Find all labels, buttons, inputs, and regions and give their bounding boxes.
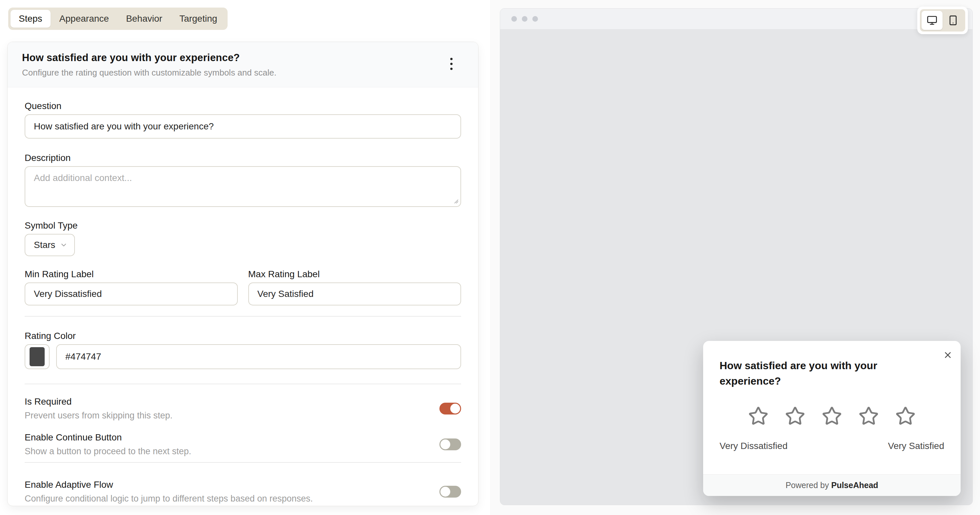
section-divider bbox=[25, 316, 461, 316]
symbol-type-select[interactable]: Stars bbox=[25, 234, 75, 256]
step-title: How satisfied are you with your experien… bbox=[22, 52, 464, 64]
browser-titlebar bbox=[500, 8, 972, 30]
section-divider bbox=[25, 384, 461, 384]
brand-name: PulseAhead bbox=[831, 480, 878, 490]
tab-targeting[interactable]: Targeting bbox=[171, 10, 225, 28]
continue-button-label: Enable Continue Button bbox=[25, 432, 191, 443]
close-icon[interactable] bbox=[942, 350, 953, 361]
description-textarea[interactable] bbox=[25, 166, 461, 207]
question-label: Question bbox=[25, 100, 461, 112]
preview-panel: How satisfied are you with your experien… bbox=[490, 0, 980, 515]
step-card-body: Question Description Symbol Type Stars bbox=[8, 87, 478, 506]
tab-bar: Steps Appearance Behavior Targeting bbox=[8, 8, 228, 30]
adaptive-flow-toggle[interactable] bbox=[439, 486, 461, 498]
step-card-header: How satisfied are you with your experien… bbox=[8, 42, 478, 87]
rating-color-label: Rating Color bbox=[25, 331, 461, 342]
survey-widget-preview: How satisfied are you with your experien… bbox=[703, 341, 961, 496]
description-label: Description bbox=[25, 153, 461, 164]
max-rating-input[interactable] bbox=[248, 283, 461, 305]
resize-handle-icon[interactable] bbox=[453, 199, 458, 203]
star-icon[interactable] bbox=[895, 406, 916, 426]
is-required-toggle[interactable] bbox=[439, 403, 461, 415]
max-rating-label: Max Rating Label bbox=[248, 269, 461, 280]
is-required-row: Is Required Prevent users from skipping … bbox=[25, 396, 461, 421]
desktop-icon bbox=[927, 15, 937, 25]
is-required-label: Is Required bbox=[25, 396, 172, 407]
section-divider bbox=[25, 462, 461, 463]
desktop-preview-button[interactable] bbox=[921, 11, 943, 30]
mobile-preview-button[interactable] bbox=[943, 11, 964, 30]
window-dot-icon bbox=[522, 16, 527, 22]
is-required-description: Prevent users from skipping this step. bbox=[25, 410, 172, 421]
adaptive-flow-row: Enable Adaptive Flow Configure condition… bbox=[25, 479, 461, 504]
symbol-type-label: Symbol Type bbox=[25, 220, 461, 231]
mobile-icon bbox=[948, 15, 958, 25]
window-dot-icon bbox=[532, 16, 538, 22]
chevron-down-icon bbox=[60, 241, 68, 249]
widget-question-title: How satisfied are you with your experien… bbox=[719, 358, 923, 389]
min-scale-label: Very Dissatisfied bbox=[719, 441, 788, 451]
continue-button-toggle[interactable] bbox=[439, 439, 461, 450]
tab-behavior[interactable]: Behavior bbox=[118, 10, 171, 28]
color-swatch-button[interactable] bbox=[25, 344, 49, 369]
adaptive-flow-label: Enable Adaptive Flow bbox=[25, 479, 313, 490]
min-rating-label: Min Rating Label bbox=[25, 269, 238, 280]
max-scale-label: Very Satisfied bbox=[888, 441, 944, 451]
tab-steps[interactable]: Steps bbox=[11, 10, 51, 28]
color-swatch bbox=[30, 347, 45, 366]
star-rating bbox=[703, 406, 961, 426]
symbol-type-value: Stars bbox=[34, 240, 55, 250]
powered-by-text: Powered by bbox=[786, 480, 829, 490]
continue-button-description: Show a button to proceed to the next ste… bbox=[25, 446, 191, 457]
widget-footer: Powered by PulseAhead bbox=[703, 474, 961, 496]
star-icon[interactable] bbox=[859, 406, 879, 426]
star-icon[interactable] bbox=[822, 406, 842, 426]
kebab-menu-icon[interactable] bbox=[444, 53, 458, 74]
star-icon[interactable] bbox=[785, 406, 805, 426]
star-icon[interactable] bbox=[748, 406, 768, 426]
config-panel: Steps Appearance Behavior Targeting How … bbox=[0, 0, 490, 515]
adaptive-flow-description: Configure conditional logic to jump to d… bbox=[25, 493, 313, 504]
continue-button-row: Enable Continue Button Show a button to … bbox=[25, 432, 461, 457]
rating-scale-labels: Very Dissatisfied Very Satisfied bbox=[703, 441, 961, 451]
tab-appearance[interactable]: Appearance bbox=[51, 10, 117, 28]
step-subtitle: Configure the rating question with custo… bbox=[22, 68, 464, 78]
question-input[interactable] bbox=[25, 114, 461, 138]
device-preview-switcher bbox=[917, 6, 968, 34]
min-rating-input[interactable] bbox=[25, 283, 238, 305]
step-editor-card: How satisfied are you with your experien… bbox=[7, 42, 479, 506]
window-dot-icon bbox=[511, 16, 517, 22]
rating-color-input[interactable] bbox=[56, 344, 461, 369]
